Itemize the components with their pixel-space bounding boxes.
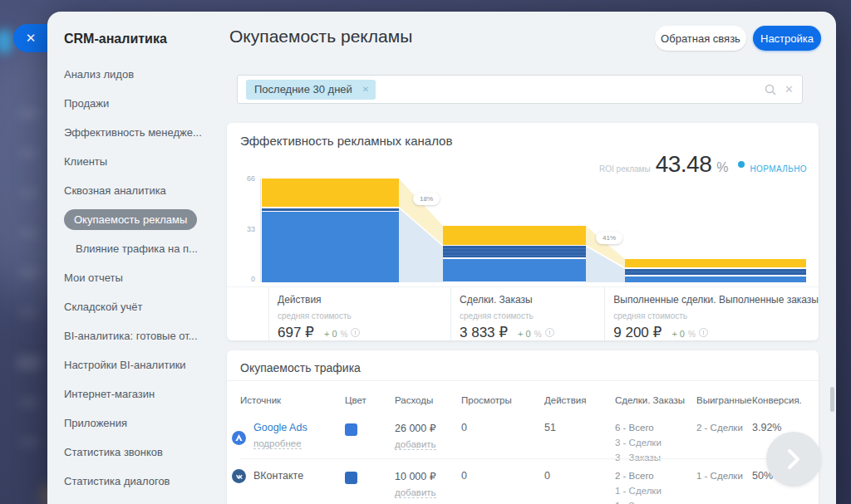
segment-yellow	[262, 179, 399, 207]
info-icon[interactable]	[351, 328, 360, 337]
col-header-source[interactable]: Источник	[240, 395, 345, 405]
stage-avg-cost: 9 200 ₽	[613, 324, 662, 341]
vkontakte-icon	[232, 469, 246, 483]
y-axis-line	[260, 179, 261, 282]
segment-dark-blue	[262, 208, 399, 211]
col-header-expenses[interactable]: Расходы	[395, 395, 461, 405]
sidebar-item-bi-settings[interactable]: Настройки BI-аналитики	[47, 350, 227, 379]
search-icon[interactable]	[765, 84, 776, 95]
segment-dark-blue	[443, 246, 586, 257]
sidebar: CRM-аналитика Анализ лидов Продажи Эффек…	[47, 12, 227, 504]
stage-delta: + 0	[518, 329, 531, 339]
won-cell: 2 - Сделки	[696, 415, 752, 465]
col-header-color[interactable]: Цвет	[345, 395, 395, 405]
channel-color-swatch[interactable]	[345, 423, 357, 436]
sidebar-title: CRM-аналитика	[47, 12, 227, 46]
info-icon[interactable]	[545, 328, 554, 337]
sidebar-item-bi-analytics-reports[interactable]: BI-аналитика: готовые от...	[47, 321, 227, 350]
filter-tag-remove-icon[interactable]: ✕	[362, 85, 369, 94]
sidebar-item-call-stats[interactable]: Статистика звонков	[47, 438, 227, 467]
sidebar-item-sales[interactable]: Продажи	[47, 89, 227, 118]
stage-name: Действия	[278, 294, 450, 306]
funnel-bar-actions[interactable]	[262, 179, 399, 282]
source-link[interactable]: Google Ads	[253, 422, 345, 433]
clear-search-icon[interactable]: ✕	[785, 83, 794, 95]
sidebar-item-manager-efficiency[interactable]: Эффективность менедже...	[47, 118, 227, 147]
sidebar-item-end-to-end-analytics[interactable]: Сквозная аналитика	[47, 176, 227, 205]
col-header-actions[interactable]: Действия	[544, 395, 615, 405]
funnel-bar-completed[interactable]	[625, 259, 806, 282]
col-header-conversion[interactable]: Конверсия.	[752, 395, 805, 405]
scrollbar-thumb[interactable]	[830, 387, 834, 412]
stage-delta: + 0	[671, 329, 685, 339]
sidebar-item-apps[interactable]: Приложения	[47, 409, 227, 438]
background-menu-icon	[18, 397, 40, 408]
col-header-views[interactable]: Просмотры	[461, 395, 544, 405]
traffic-payback-card: Окупаемость трафика Источник Цвет Расход…	[227, 350, 819, 504]
stage-sub-label: средняя стоимость	[613, 311, 819, 321]
stage-actions: Действия средняя стоимость 697 ₽ + 0 %	[268, 287, 450, 340]
y-axis-tick: 33	[239, 225, 255, 233]
stage-avg-cost: 3 833 ₽	[460, 324, 508, 341]
status-dot-icon	[738, 161, 745, 168]
active-item-pill: Окупаемость рекламы	[64, 209, 197, 230]
deals-cell: 2 - Всего 1 - Сделки 1 - Заказы	[615, 467, 696, 504]
segment-yellow	[443, 226, 586, 245]
page-title: Окупаемость рекламы	[229, 27, 412, 46]
channel-color-swatch[interactable]	[345, 472, 357, 484]
stage-name: Выполненные сделки. Выполненные заказы	[613, 294, 819, 306]
stage-delta-unit: %	[688, 330, 696, 339]
col-header-deals[interactable]: Сделки. Заказы	[615, 395, 696, 405]
next-page-button[interactable]	[766, 432, 821, 487]
deals-total: 6 - Всего	[615, 420, 696, 435]
stage-deals-orders: Сделки. Заказы средняя стоимость 3 833 ₽…	[450, 287, 604, 340]
source-name[interactable]: ВКонтакте	[253, 470, 345, 482]
details-link[interactable]: подробнее	[253, 438, 302, 449]
sidebar-item-inventory[interactable]: Складской учёт	[47, 292, 227, 321]
close-panel-button[interactable]: ✕	[13, 24, 48, 52]
info-icon[interactable]	[699, 328, 708, 337]
funnel-stage-summary: Действия средняя стоимость 697 ₽ + 0 % С…	[227, 286, 819, 340]
background-menu-icon	[18, 307, 40, 318]
background-menu-icon	[18, 228, 40, 238]
deals-cell: 6 - Всего 3 - Сделки 3 - Заказы	[615, 415, 696, 465]
table-header-row: Источник Цвет Расходы Просмотры Действия…	[240, 395, 805, 405]
add-expenses-link[interactable]: добавить	[395, 487, 436, 498]
deals-deals: 1 - Сделки	[615, 483, 696, 498]
segment-blue	[443, 259, 586, 281]
add-expenses-link[interactable]: добавить	[395, 439, 436, 450]
actions-cell: 0	[544, 467, 615, 504]
sidebar-item-lead-analysis[interactable]: Анализ лидов	[47, 60, 227, 89]
source-cell: ВКонтакте	[240, 467, 345, 504]
color-cell	[345, 467, 395, 504]
sidebar-item-dialog-stats[interactable]: Статистика диалогов	[47, 467, 227, 496]
col-header-won[interactable]: Выигранные	[696, 395, 752, 405]
sidebar-menu: Анализ лидов Продажи Эффективность менед…	[47, 60, 227, 496]
views-cell: 0	[461, 415, 544, 465]
actions-cell: 51	[544, 415, 615, 465]
chevron-right-icon	[787, 448, 800, 470]
sidebar-item-online-store[interactable]: Интернет-магазин	[47, 379, 227, 409]
segment-dark-blue	[625, 269, 806, 276]
stage-sub-label: средняя стоимость	[278, 311, 450, 321]
expenses-value: 10 000 ₽	[395, 470, 461, 482]
stage-delta-unit: %	[341, 330, 348, 339]
filter-tag-last-30-days[interactable]: Последние 30 дней ✕	[246, 80, 376, 100]
stage-completed: Выполненные сделки. Выполненные заказы с…	[604, 287, 819, 340]
sidebar-item-my-reports[interactable]: Мои отчеты	[47, 263, 227, 292]
traffic-card-title: Окупаемость трафика	[240, 361, 361, 374]
sidebar-item-traffic-influence[interactable]: Влияние трафика на п...	[47, 234, 227, 263]
settings-button[interactable]: Настройка	[753, 26, 821, 51]
filter-search-bar[interactable]: Последние 30 дней ✕ ✕	[237, 75, 803, 104]
ad-channels-efficiency-card: Эффективность рекламных каналов ROI рекл…	[227, 123, 819, 340]
table-row-google-ads: Google Ads подробнее 26 000 ₽ добавить 0…	[240, 415, 805, 465]
deals-orders: 1 - Заказы	[615, 498, 696, 504]
sidebar-item-ad-payback-active[interactable]: Окупаемость рекламы	[47, 205, 227, 234]
deals-deals: 3 - Сделки	[615, 435, 696, 450]
segment-yellow	[625, 259, 806, 267]
funnel-bar-deals-orders[interactable]	[443, 226, 586, 282]
conversion-badge-2: 41%	[596, 232, 622, 244]
sidebar-item-clients[interactable]: Клиенты	[47, 147, 227, 176]
background-menu-icon	[18, 188, 40, 198]
feedback-button[interactable]: Обратная связь	[655, 26, 746, 51]
